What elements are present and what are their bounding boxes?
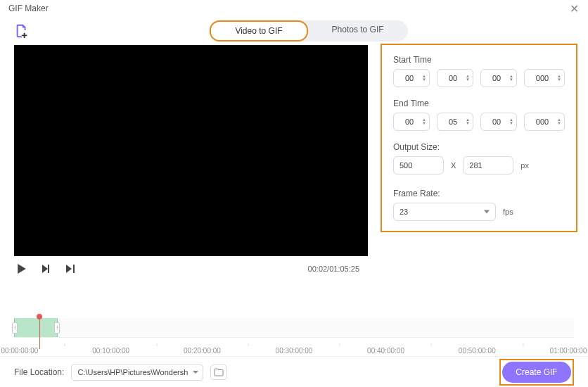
px-unit: px: [520, 161, 529, 170]
output-size-label: Output Size:: [393, 142, 565, 152]
timeline-track[interactable]: [14, 318, 574, 338]
end-time-row: 00▲▼ 05▲▼ 00▲▼ 000▲▼: [393, 113, 565, 131]
tab-photos-to-gif[interactable]: Photos to GIF: [308, 20, 408, 42]
tabs-container: Video to GIF Photos to GIF: [30, 20, 588, 42]
by-separator: X: [451, 161, 456, 170]
settings-panel: Start Time 00▲▼ 00▲▼ 00▲▼ 000▲▼ End Time…: [381, 44, 577, 232]
width-field[interactable]: [393, 156, 444, 175]
start-time-row: 00▲▼ 00▲▼ 00▲▼ 000▲▼: [393, 69, 565, 87]
timeline: 00:00:00:00 00:10:00:00 00:20:00:00 00:3…: [0, 318, 588, 356]
create-highlight: Create GIF: [499, 359, 574, 386]
start-hours-stepper[interactable]: 00▲▼: [393, 69, 430, 87]
tick-label: 01:00:00:00: [550, 347, 587, 355]
footer: File Location: C:\Users\HP\Pictures\Wond…: [0, 356, 588, 387]
tick-label: 00:00:00:00: [1, 347, 39, 355]
tick-label: 00:30:00:00: [276, 347, 313, 355]
output-size-row: X px: [393, 156, 565, 175]
tick-label: 00:10:00:00: [92, 347, 129, 355]
add-file-icon[interactable]: [14, 23, 30, 39]
chevron-down-icon: ▼: [422, 78, 426, 82]
time-display: 00:02/01:05:25: [308, 265, 365, 273]
end-seconds-stepper[interactable]: 00▲▼: [480, 113, 517, 131]
left-column: 00:02/01:05:25: [14, 45, 368, 318]
file-location-label: File Location:: [14, 367, 64, 377]
toolbar: Video to GIF Photos to GIF: [0, 17, 588, 45]
range-handle-left[interactable]: [12, 322, 18, 334]
titlebar: GIF Maker ✕: [0, 0, 588, 17]
end-minutes-stepper[interactable]: 05▲▼: [437, 113, 473, 131]
create-gif-button[interactable]: Create GIF: [502, 362, 571, 383]
start-seconds-stepper[interactable]: 00▲▼: [480, 69, 517, 87]
end-time-label: End Time: [393, 99, 565, 108]
height-field[interactable]: [463, 156, 513, 175]
next-frame-icon[interactable]: [66, 265, 75, 273]
main-area: 00:02/01:05:25 Start Time 00▲▼ 00▲▼ 00▲▼…: [0, 45, 588, 318]
fps-unit: fps: [503, 208, 513, 216]
start-ms-stepper[interactable]: 000▲▼: [524, 69, 565, 87]
folder-icon: [214, 368, 224, 376]
start-time-label: Start Time: [393, 55, 565, 65]
app-window: GIF Maker ✕ Video to GIF Photos to GIF: [0, 0, 588, 387]
open-folder-button[interactable]: [210, 364, 227, 380]
end-ms-stepper[interactable]: 000▲▼: [524, 113, 565, 131]
tick-row: 00:00:00:00 00:10:00:00 00:20:00:00 00:3…: [14, 338, 574, 356]
range-handle-right[interactable]: [54, 322, 60, 334]
frame-rate-row: 23 fps: [393, 203, 565, 221]
prev-frame-icon[interactable]: [42, 265, 51, 273]
tab-video-to-gif[interactable]: Video to GIF: [210, 20, 307, 42]
tick-label: 00:40:00:00: [367, 347, 404, 355]
start-minutes-stepper[interactable]: 00▲▼: [437, 69, 473, 87]
frame-rate-label: Frame Rate:: [393, 189, 565, 198]
video-preview[interactable]: [14, 45, 368, 256]
right-column: Start Time 00▲▼ 00▲▼ 00▲▼ 000▲▼ End Time…: [381, 45, 577, 318]
end-hours-stepper[interactable]: 00▲▼: [393, 113, 430, 131]
frame-rate-select[interactable]: 23: [393, 203, 496, 221]
tick-label: 00:50:00:00: [459, 347, 496, 355]
range-selection[interactable]: [14, 318, 58, 337]
window-title: GIF Maker: [8, 4, 568, 13]
tick-label: 00:20:00:00: [184, 347, 221, 355]
video-controls: 00:02/01:05:25: [14, 256, 368, 281]
close-icon[interactable]: ✕: [568, 2, 580, 15]
tabs: Video to GIF Photos to GIF: [210, 20, 407, 42]
file-location-select[interactable]: C:\Users\HP\Pictures\Wondersh: [71, 364, 203, 381]
play-icon[interactable]: [17, 264, 27, 274]
